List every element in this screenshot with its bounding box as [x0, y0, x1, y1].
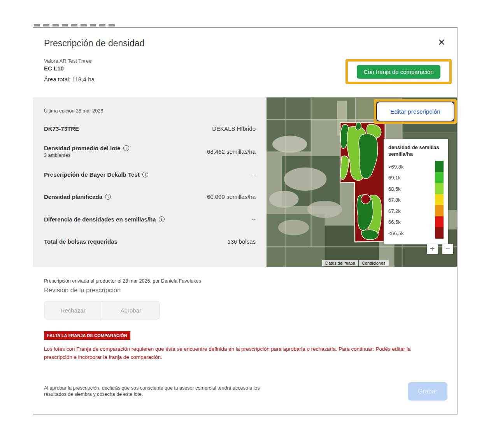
page-title: Prescripción de densidad: [44, 38, 144, 49]
field-name: EC L10: [44, 65, 64, 72]
average-density-text: Densidad promedio del lote: [44, 145, 121, 151]
review-button-group: Rechazar Aprobar: [44, 301, 160, 320]
approval-disclaimer: Al aprobar la prescripción, declarás que…: [44, 385, 269, 397]
density-difference-label: Diferencia de densidades en semillas/ha: [44, 216, 165, 223]
bayer-prescription-value: --: [252, 171, 256, 178]
map-attribution: Datos del mapa Condiciones: [322, 260, 389, 266]
organization-name: Valora AR Test Three: [44, 58, 91, 64]
approve-button[interactable]: Aprobar: [102, 301, 160, 319]
legend-swatch: [435, 194, 444, 206]
missing-comparison-badge: FALTA LA FRANJA DE COMPARACIÓN: [44, 331, 130, 340]
total-bags-label: Total de bolsas requeridas: [44, 238, 117, 245]
map-terms-link[interactable]: Condiciones: [359, 260, 389, 266]
detail-row-hybrid: DK73-73TRE DEKALB Híbrido: [44, 125, 256, 132]
edit-highlight-frame: Editar prescripción: [374, 99, 457, 124]
bayer-prescription-text: Prescripción de Bayer Dekalb Test: [44, 171, 140, 178]
map-zoom-in-button[interactable]: +: [427, 244, 438, 254]
total-bags-value: 136 bolsas: [227, 238, 256, 245]
review-heading: Revisión de la prescripción: [44, 286, 121, 294]
content-row: Última edición 28 mar 2026 DK73-73TRE DE…: [33, 97, 457, 267]
detail-row-average-density: Densidad promedio del lote 3 ambientes 6…: [44, 145, 256, 158]
planned-density-text: Densidad planificada: [44, 193, 102, 200]
planned-density-label: Densidad planificada: [44, 193, 111, 200]
prescription-details-panel: Última edición 28 mar 2026 DK73-73TRE DE…: [33, 97, 267, 267]
prescription-sent-info: Prescripción enviada al productor el 28 …: [44, 278, 201, 284]
warning-message: Los lotes con Franja de comparación requ…: [44, 345, 437, 361]
density-difference-text: Diferencia de densidades en semillas/ha: [44, 216, 156, 223]
planned-density-value: 60.000 semillas/ha: [207, 193, 256, 200]
last-edit-date: Última edición 28 mar 2026: [44, 108, 256, 114]
legend-swatch: [435, 172, 444, 183]
comparison-highlight-frame: Con franja de comparación: [345, 59, 452, 84]
total-area: Área total: 118,4 ha: [44, 76, 95, 83]
edit-prescription-button[interactable]: Editar prescripción: [376, 102, 454, 121]
density-difference-value: --: [252, 216, 256, 223]
map-zoom-out-button[interactable]: −: [442, 244, 453, 254]
average-density-value: 68.462 semillas/ha: [207, 148, 256, 155]
legend-swatch: [435, 205, 444, 216]
hybrid-code: DK73-73TRE: [44, 125, 79, 132]
info-icon[interactable]: [105, 194, 111, 200]
detail-row-bayer-prescription: Prescripción de Bayer Dekalb Test --: [44, 171, 256, 178]
average-density-label: Densidad promedio del lote: [44, 145, 129, 151]
clipped-text-fragment: [34, 24, 117, 26]
page-background: Prescripción de densidad ✕ Valora AR Tes…: [0, 0, 498, 448]
clipped-background-content: [33, 24, 458, 28]
detail-row-planned-density: Densidad planificada 60.000 semillas/ha: [44, 193, 256, 200]
detail-row-total-bags: Total de bolsas requeridas 136 bolsas: [44, 238, 256, 245]
info-icon[interactable]: [123, 145, 129, 151]
legend-swatch: [435, 227, 444, 239]
legend-swatch: [435, 216, 444, 228]
environments-count: 3 ambientes: [44, 153, 129, 158]
legend-swatch: [435, 183, 444, 194]
reject-button[interactable]: Rechazar: [44, 301, 102, 319]
close-icon[interactable]: ✕: [435, 36, 448, 49]
legend-title: densidad de semillas: [388, 144, 444, 151]
legend-unit: semilla/ha: [388, 151, 444, 157]
info-icon[interactable]: [159, 216, 165, 222]
field-map[interactable]: Editar prescripción densidad de semillas…: [267, 97, 457, 267]
density-prescription-modal: Prescripción de densidad ✕ Valora AR Tes…: [33, 28, 458, 415]
bayer-prescription-label: Prescripción de Bayer Dekalb Test: [44, 171, 148, 178]
map-data-link[interactable]: Datos del mapa: [322, 260, 358, 266]
save-button[interactable]: Grabar: [408, 382, 447, 401]
legend-swatch: [435, 161, 444, 172]
density-legend: densidad de semillas semilla/ha >69,8k 6…: [384, 139, 448, 244]
info-icon[interactable]: [142, 172, 148, 177]
legend-color-scale: [435, 161, 444, 239]
comparison-strip-button[interactable]: Con franja de comparación: [357, 65, 440, 79]
detail-row-density-difference: Diferencia de densidades en semillas/ha …: [44, 216, 256, 223]
hybrid-brand: DEKALB Híbrido: [212, 125, 256, 132]
